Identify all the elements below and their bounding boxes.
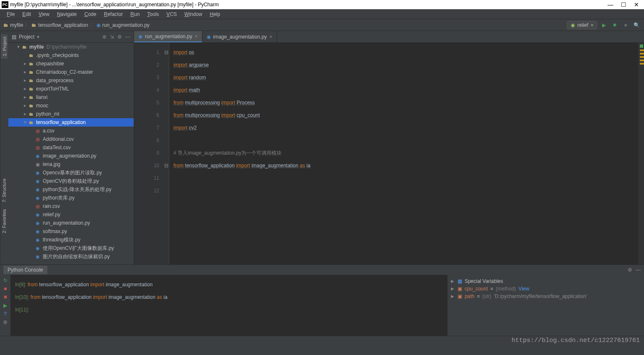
tree-item[interactable]: ▦dataTest.csv [8,143,134,152]
folder-icon: 🖿 [3,22,8,28]
stop-button[interactable]: ■ [621,21,630,29]
menu-file[interactable]: File [3,10,18,18]
tree-item[interactable]: ►🖿exportToHTML [8,85,134,93]
warning-marker[interactable] [640,56,644,58]
tree-item[interactable]: ►🖿ChinaHadoop_C2-master [8,68,134,76]
structure-tool-tab[interactable]: 7: Structure [1,176,8,205]
tree-item[interactable]: ◉OpenCV的卷积核处理.py [8,177,134,185]
console-settings-icon[interactable]: ⚙ [628,267,632,273]
maximize-button[interactable]: ☐ [621,1,626,8]
tree-item[interactable]: ◉run_augmentation.py [8,219,134,227]
chevron-right-icon: 〉 [90,21,95,29]
debug-button[interactable]: ✸ [610,21,619,29]
menu-window[interactable]: Window [181,10,206,18]
menu-edit[interactable]: Edit [19,10,34,18]
menu-navigate[interactable]: Navigate [54,10,80,18]
tree-item[interactable]: ►🖿data_preprocess [8,76,134,85]
menu-view[interactable]: View [35,10,53,18]
crumb-label: tensorflow_application [38,22,88,28]
close-button[interactable]: ✕ [634,1,639,8]
tree-item[interactable]: ▼🖿myfileD:\pycharm\myfile [8,43,134,51]
code-line: from multiprocessing import cpu_count [173,109,634,122]
tree-item[interactable]: ►🖿chepaishibie [8,60,134,68]
close-icon[interactable]: × [195,34,198,39]
warning-marker[interactable] [640,49,644,51]
menu-refactor[interactable]: Refactor [101,10,126,18]
tree-item[interactable]: ▣lena.jpg [8,160,134,168]
tree-item[interactable]: ►🖿python_ml [8,110,134,118]
editor-area: ◉run_augmentation.py×◉image_augmentation… [134,31,644,264]
tab-label: run_augmentation.py [145,34,192,39]
special-variables-group[interactable]: ► ▦ Special Variables [450,277,641,285]
run-button[interactable]: ▶ [600,21,608,29]
python-console-tab[interactable]: Python Console [3,266,47,274]
code-line: from multiprocessing import Process [173,96,634,109]
tree-item[interactable]: ▦Additional.csv [8,135,134,143]
tree-item[interactable]: ▦rain.csv [8,202,134,210]
tree-arrow-icon: ► [23,95,28,99]
project-tool-tab[interactable]: 1: Project [1,34,8,59]
console-output[interactable]: In[9]: from tensorflow_application impor… [11,275,447,336]
menu-vcs[interactable]: VCS [163,10,180,18]
view-link[interactable]: View [518,286,529,292]
editor-body: 123456789101112 ⊟ ⊟ import osimport argp… [134,43,644,264]
scroll-to-source-icon[interactable]: ⊕ [102,34,106,40]
menu-tools[interactable]: Tools [144,10,162,18]
tree-item[interactable]: ◉image_augmentation.py [8,152,134,160]
warning-marker[interactable] [640,60,644,61]
dropdown-icon[interactable]: ▾ [37,34,39,40]
breadcrumb-item[interactable]: 🖿tensorflow_application [31,22,88,28]
breadcrumb-item[interactable]: 🖿myfile [3,22,23,28]
menu-help[interactable]: Help [207,10,224,18]
tree-item[interactable]: ◉threading模块.py [8,236,134,244]
warning-marker[interactable] [640,63,644,65]
tree-item[interactable]: ◉使用OpenCV扩大图像数据库.py [8,244,134,252]
tree-item[interactable]: ▼🖿tensorflow_application [8,118,134,127]
close-icon[interactable]: × [269,34,272,40]
tree-item[interactable]: ◉relief.py [8,210,134,219]
breadcrumb-item[interactable]: ◉run_augmentation.py [96,22,150,28]
hide-icon[interactable]: — [125,34,130,40]
tree-item[interactable]: ◉图片的自由缩放和边缘裁切.py [8,252,134,261]
dropdown-icon: ▾ [591,22,593,28]
fold-marker [163,134,169,147]
tree-label: threading模块.py [43,236,80,244]
warning-marker[interactable] [640,53,644,54]
editor-tab[interactable]: ◉run_augmentation.py× [134,31,202,42]
tree-item[interactable]: 🖿.ipynb_checkpoints [8,51,134,60]
fold-marker[interactable]: ⊟ [163,159,169,172]
console-hide-icon[interactable]: — [636,267,641,273]
tree-item[interactable]: ►🖿lianxi [8,93,134,101]
collapse-all-icon[interactable]: ⇲ [110,34,114,40]
run-config-selector[interactable]: ◉ relief ▾ [567,21,597,29]
search-button[interactable]: 🔍 [632,21,641,29]
tree-item[interactable]: ◉softmax.py [8,227,134,236]
tree-label: data_preprocess [36,78,73,83]
code-line: import cv2 [173,122,634,134]
line-number-gutter: 123456789101112 [134,43,163,264]
variable-row[interactable]: ►▣path = {str} 'D:/pycharm/myfile/tensor… [450,293,641,300]
fold-marker[interactable]: ⊟ [163,46,169,59]
py-icon: ◉ [34,237,41,243]
minimize-button[interactable]: — [608,1,613,8]
project-tree[interactable]: ▼🖿myfileD:\pycharm\myfile🖿.ipynb_checkpo… [8,43,134,264]
line-number: 1 [134,46,159,59]
tree-label: myfile [29,44,44,50]
tree-item[interactable]: ◉Opencv基本的图片读取.py [8,168,134,177]
tree-label: exportToHTML [36,86,69,92]
tree-item[interactable]: ◉python类库.py [8,194,134,202]
menu-run[interactable]: Run [127,10,143,18]
tree-item[interactable]: ▦a.csv [8,127,134,135]
tree-item[interactable]: ◉python实战-降水关系的处理.py [8,185,134,194]
tree-label: 使用OpenCV扩大图像数据库.py [43,245,114,252]
variable-row[interactable]: ►▣cpu_count = {method} View [450,285,641,293]
code-editor[interactable]: import osimport argparseimport randomimp… [169,43,638,264]
tree-path: D:\pycharm\myfile [47,44,87,50]
prompt: In[11]: [15,307,31,313]
tree-item[interactable]: ►🖿mooc [8,101,134,110]
editor-tab[interactable]: ◉image_augmentation.py× [202,31,277,42]
menu-code[interactable]: Code [81,10,100,18]
folder-icon: 🖿 [28,103,34,108]
settings-icon[interactable]: ⚙ [117,34,122,40]
favorites-tool-tab[interactable]: 2: Favorites [1,207,8,236]
